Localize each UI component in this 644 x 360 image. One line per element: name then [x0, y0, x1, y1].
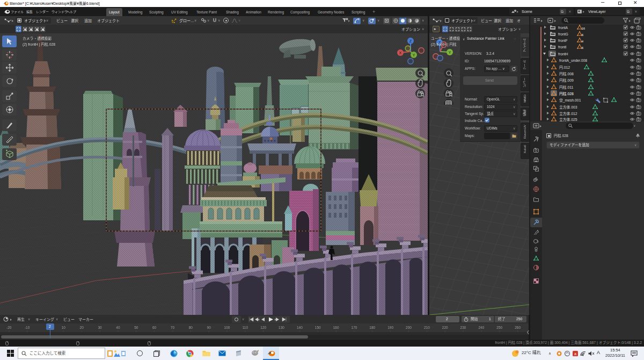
svg-text:円.012: 円.012 [559, 66, 570, 70]
svg-text:10: 10 [62, 326, 66, 329]
svg-text:frontI: frontI [558, 45, 567, 49]
svg-text:-10: -10 [25, 326, 30, 329]
svg-text:立方体.012: 立方体.012 [559, 111, 577, 116]
svg-text:frontG: frontG [558, 32, 568, 36]
svg-text:90: 90 [207, 326, 211, 329]
svg-text:a: a [574, 352, 576, 356]
svg-text:X: X [399, 51, 402, 55]
svg-text:frontA: frontA [558, 26, 568, 30]
svg-text:40: 40 [116, 326, 120, 329]
svg-text:200: 200 [406, 326, 412, 329]
svg-text:190: 190 [387, 326, 393, 329]
svg-text:220: 220 [442, 326, 448, 329]
svg-text:130: 130 [279, 326, 284, 329]
svg-text:50: 50 [134, 326, 138, 329]
svg-text:4: 4 [582, 40, 583, 43]
svg-text:frontA_under.008: frontA_under.008 [559, 59, 587, 63]
svg-text:円柱.011: 円柱.011 [559, 85, 574, 90]
svg-text:120: 120 [260, 326, 266, 329]
svg-text:空_mesh.001: 空_mesh.001 [559, 98, 581, 103]
svg-text:frontF: frontF [558, 39, 568, 42]
svg-text:円柱.028: 円柱.028 [559, 91, 574, 96]
svg-text:70: 70 [171, 326, 175, 329]
svg-text:80: 80 [189, 326, 193, 329]
svg-text:20: 20 [80, 326, 84, 329]
svg-text:6: 6 [582, 33, 583, 37]
svg-text:円柱.008: 円柱.008 [559, 71, 574, 76]
svg-text:立方体.003: 立方体.003 [559, 105, 577, 110]
svg-text:立方体.025: 立方体.025 [559, 117, 577, 122]
svg-text:円柱.009: 円柱.009 [559, 78, 574, 83]
svg-text:Y: Y [449, 51, 451, 54]
svg-text:110: 110 [243, 326, 248, 329]
svg-text:140: 140 [297, 326, 303, 329]
svg-text:100: 100 [224, 326, 230, 329]
svg-text:Z: Z [409, 39, 412, 43]
svg-text:250: 250 [496, 326, 502, 329]
svg-text:frontH: frontH [558, 52, 568, 56]
svg-text:Y: Y [413, 53, 415, 57]
svg-text:210: 210 [424, 326, 430, 329]
svg-text:160: 160 [333, 326, 339, 329]
svg-text:60: 60 [152, 326, 157, 329]
svg-text:150: 150 [315, 326, 321, 329]
svg-text:240: 240 [478, 326, 484, 329]
svg-text:30: 30 [98, 326, 102, 329]
svg-text:16: 16 [582, 27, 585, 30]
svg-text:-20: -20 [6, 326, 12, 329]
svg-text:180: 180 [369, 326, 375, 329]
svg-text:260: 260 [515, 326, 521, 329]
svg-text:170: 170 [352, 326, 357, 329]
svg-text:230: 230 [460, 326, 466, 329]
svg-text:6: 6 [582, 46, 583, 49]
